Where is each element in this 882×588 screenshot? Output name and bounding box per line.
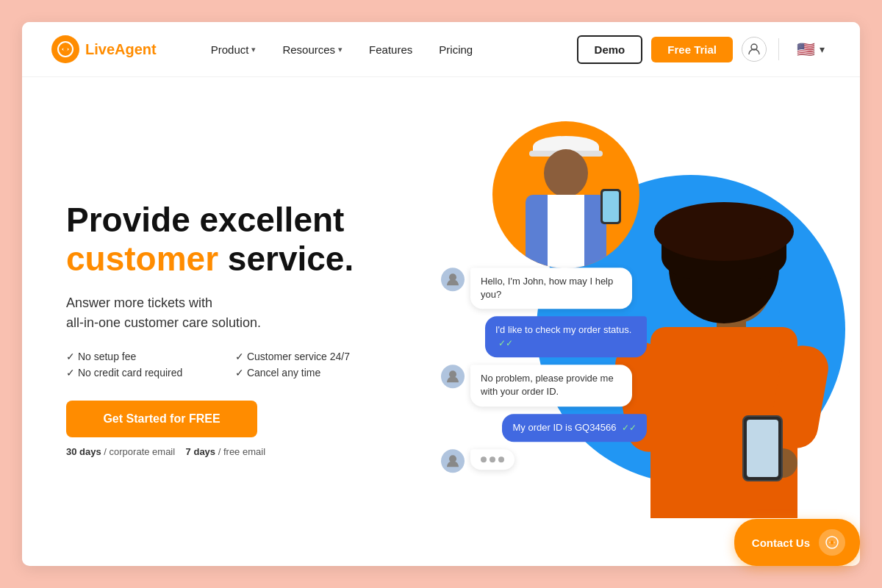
agent-avatar-2 — [441, 365, 465, 388]
chat-message-1: Hello, I'm John, how may I help you? — [441, 268, 647, 309]
feature-4: Cancel any time — [235, 367, 390, 379]
resources-chevron-icon: ▾ — [338, 45, 343, 54]
agent-avatar-1 — [441, 268, 465, 291]
typing-dot-1 — [481, 456, 487, 462]
chat-bubble-4: My order ID is GQ34566 ✓✓ — [502, 414, 647, 442]
nav-item-features[interactable]: Features — [359, 37, 423, 62]
chat-message-3: No problem, please provide me with your … — [441, 365, 647, 406]
read-checkmarks-2: ✓✓ — [622, 423, 637, 433]
nav-divider — [778, 38, 779, 60]
hero-features: No setup fee Customer service 24/7 No cr… — [66, 351, 390, 379]
feature-2: Customer service 24/7 — [235, 351, 390, 362]
flag-icon: 🇺🇸 — [797, 40, 815, 58]
svg-point-7 — [831, 541, 834, 545]
outer-frame: LiveAgent Product ▾ Resources ▾ Features… — [0, 0, 882, 588]
product-chevron-icon: ▾ — [251, 45, 256, 54]
inner-page: LiveAgent Product ▾ Resources ▾ Features… — [22, 22, 860, 566]
hero-title: Provide excellent customer service. — [66, 201, 390, 279]
hero-subtitle: Answer more tickets with all-in-one cust… — [66, 293, 390, 333]
navbar: LiveAgent Product ▾ Resources ▾ Features… — [22, 22, 860, 77]
read-checkmarks-1: ✓✓ — [498, 338, 513, 348]
contact-us-button[interactable]: Contact Us — [734, 519, 860, 566]
svg-point-1 — [63, 47, 68, 51]
nav-item-product[interactable]: Product ▾ — [201, 37, 267, 62]
feature-1: No setup fee — [66, 351, 220, 362]
chat-bubble-3: No problem, please provide me with your … — [470, 365, 632, 406]
typing-dot-3 — [498, 456, 504, 462]
get-started-button[interactable]: Get Started for FREE — [66, 401, 257, 437]
chat-area: Hello, I'm John, how may I help you? I'd… — [441, 268, 647, 473]
nav-actions: Demo Free Trial 🇺🇸 ▾ — [577, 35, 831, 64]
chat-bubble-2: I'd like to check my order status. ✓✓ — [485, 316, 647, 357]
nav-item-pricing[interactable]: Pricing — [429, 37, 483, 62]
typing-indicator-row — [441, 449, 647, 473]
chat-bubble-1: Hello, I'm John, how may I help you? — [470, 268, 632, 309]
nav-links: Product ▾ Resources ▾ Features Pricing — [201, 37, 577, 62]
hero-right: Hello, I'm John, how may I help you? I'd… — [419, 107, 831, 551]
chat-message-2: I'd like to check my order status. ✓✓ — [441, 316, 647, 357]
free-trial-button[interactable]: Free Trial — [651, 37, 733, 62]
nav-item-resources[interactable]: Resources ▾ — [272, 37, 353, 62]
language-selector[interactable]: 🇺🇸 ▾ — [791, 37, 831, 61]
lang-chevron-icon: ▾ — [820, 43, 825, 55]
hero-left: Provide excellent customer service. Answ… — [66, 107, 419, 551]
trial-info: 30 days / corporate email 7 days / free … — [66, 446, 390, 457]
contact-icon — [819, 529, 845, 556]
hero-section: Provide excellent customer service. Answ… — [22, 77, 860, 566]
agent-avatar-3 — [441, 449, 465, 473]
chat-message-4: My order ID is GQ34566 ✓✓ — [441, 414, 647, 442]
logo-text: LiveAgent — [85, 41, 157, 58]
logo[interactable]: LiveAgent — [51, 35, 157, 63]
feature-3: No credit card required — [66, 367, 220, 379]
typing-dot-2 — [490, 456, 495, 462]
typing-indicator — [470, 449, 514, 470]
user-account-icon[interactable] — [742, 37, 767, 62]
logo-icon — [51, 35, 79, 63]
demo-button[interactable]: Demo — [577, 35, 643, 64]
